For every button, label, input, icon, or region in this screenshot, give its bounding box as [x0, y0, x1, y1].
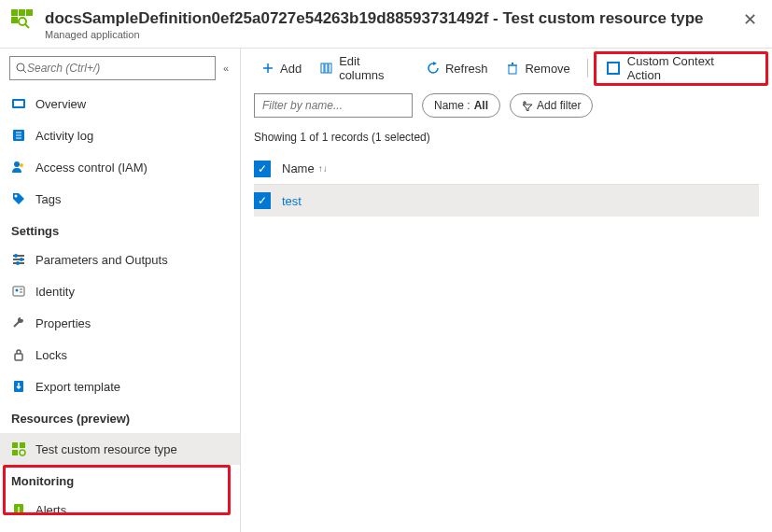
- nav-label: Identity: [35, 285, 75, 299]
- svg-rect-5: [14, 101, 23, 106]
- column-name[interactable]: Name ↑↓: [282, 161, 328, 175]
- svg-point-30: [20, 450, 25, 455]
- page-header: docsSampleDefinition0ef25a0727e54263b19d…: [0, 0, 772, 49]
- refresh-icon: [427, 62, 440, 75]
- main-content: Add Edit columns Refresh Remove Custom C…: [241, 49, 772, 532]
- row-checkbox[interactable]: ✓: [254, 192, 271, 209]
- custom-context-action-button[interactable]: Custom Context Action: [597, 50, 759, 86]
- svg-point-0: [19, 18, 26, 25]
- filter-row: Name : All Add filter: [241, 88, 772, 127]
- alerts-icon: !: [11, 502, 26, 517]
- search-input[interactable]: [27, 62, 209, 75]
- nav-group-resources: Resources (preview): [0, 402, 240, 433]
- trash-icon: [506, 62, 519, 75]
- sort-icon: ↑↓: [318, 163, 328, 174]
- svg-rect-24: [15, 354, 22, 360]
- custom-resource-icon: [11, 441, 26, 456]
- row-name-link[interactable]: test: [282, 194, 302, 208]
- nav-group-settings: Settings: [0, 215, 240, 244]
- svg-rect-35: [321, 63, 324, 73]
- page-title: docsSampleDefinition0ef25a0727e54263b19d…: [45, 9, 739, 28]
- app-icon: [11, 9, 35, 34]
- remove-button[interactable]: Remove: [498, 58, 577, 79]
- sidebar-search[interactable]: [9, 56, 216, 80]
- export-template-icon: [11, 379, 26, 394]
- filter-plus-icon: [522, 100, 533, 111]
- add-filter-button[interactable]: Add filter: [510, 93, 593, 118]
- locks-icon: [11, 347, 26, 362]
- select-all-checkbox[interactable]: ✓: [254, 161, 271, 177]
- plus-icon: [261, 62, 274, 75]
- toolbar-separator: [587, 59, 588, 77]
- toolbar: Add Edit columns Refresh Remove Custom C…: [241, 49, 772, 88]
- btn-label: Edit columns: [339, 54, 408, 82]
- svg-point-16: [14, 254, 18, 258]
- nav-label: Export template: [35, 380, 120, 394]
- btn-label: Custom Context Action: [627, 54, 750, 82]
- table-header: ✓ Name ↑↓: [254, 153, 759, 185]
- columns-icon: [320, 62, 333, 75]
- sidebar-item-overview[interactable]: Overview: [0, 88, 240, 119]
- svg-rect-19: [13, 287, 24, 296]
- nav-label: Properties: [35, 316, 91, 330]
- svg-text:!: !: [18, 505, 21, 514]
- pill-value: All: [474, 99, 488, 112]
- svg-point-12: [15, 195, 18, 198]
- overview-icon: [11, 96, 26, 111]
- nav-label: Alerts: [35, 503, 66, 517]
- svg-point-17: [20, 258, 23, 261]
- nav-label: Parameters and Outputs: [35, 253, 168, 267]
- sidebar-item-locks[interactable]: Locks: [0, 339, 240, 371]
- svg-point-2: [17, 63, 24, 71]
- sidebar-item-access-control[interactable]: Access control (IAM): [0, 151, 240, 183]
- svg-point-20: [16, 289, 19, 292]
- nav-label: Activity log: [35, 129, 93, 143]
- page-subtitle: Managed application: [45, 29, 739, 40]
- nav-label: Access control (IAM): [35, 161, 147, 175]
- properties-icon: [11, 315, 26, 330]
- refresh-button[interactable]: Refresh: [419, 58, 496, 79]
- pill-label: Add filter: [537, 99, 581, 112]
- sidebar-item-identity[interactable]: Identity: [0, 275, 240, 307]
- svg-point-10: [14, 161, 20, 167]
- col-label: Name: [282, 161, 315, 175]
- sidebar-item-properties[interactable]: Properties: [0, 307, 240, 339]
- pill-label: Name :: [434, 99, 470, 112]
- svg-point-18: [16, 261, 20, 265]
- sidebar-item-activity-log[interactable]: Activity log: [0, 119, 240, 151]
- params-icon: [11, 252, 26, 267]
- search-icon: [16, 63, 27, 74]
- collapse-sidebar-icon[interactable]: «: [221, 61, 231, 76]
- identity-icon: [11, 284, 26, 299]
- access-control-icon: [11, 160, 26, 175]
- close-icon[interactable]: ✕: [739, 9, 761, 30]
- tags-icon: [11, 191, 26, 206]
- btn-label: Remove: [525, 62, 569, 76]
- svg-rect-36: [325, 63, 328, 73]
- square-icon: [607, 62, 620, 75]
- svg-line-23: [14, 321, 20, 327]
- edit-columns-button[interactable]: Edit columns: [313, 50, 415, 86]
- nav-label: Tags: [35, 192, 61, 206]
- sidebar: « Overview Activity log Access control (…: [0, 49, 241, 532]
- name-filter-pill[interactable]: Name : All: [422, 93, 500, 118]
- sidebar-item-alerts[interactable]: ! Alerts: [0, 494, 240, 525]
- add-button[interactable]: Add: [254, 58, 309, 79]
- svg-rect-38: [509, 65, 516, 74]
- records-status: Showing 1 of 1 records (1 selected): [241, 127, 772, 153]
- sidebar-item-test-custom-resource[interactable]: Test custom resource type: [0, 433, 240, 465]
- sidebar-item-export-template[interactable]: Export template: [0, 371, 240, 402]
- svg-line-3: [23, 70, 26, 73]
- svg-point-11: [20, 163, 23, 167]
- btn-label: Add: [280, 62, 302, 76]
- svg-rect-37: [329, 63, 331, 73]
- nav-label: Locks: [35, 348, 67, 362]
- filter-by-name-input[interactable]: [254, 93, 413, 118]
- svg-rect-28: [20, 442, 25, 448]
- table-row[interactable]: ✓ test: [254, 185, 759, 217]
- svg-rect-29: [12, 450, 18, 455]
- sidebar-item-tags[interactable]: Tags: [0, 183, 240, 215]
- activity-log-icon: [11, 128, 26, 143]
- sidebar-item-parameters-outputs[interactable]: Parameters and Outputs: [0, 244, 240, 275]
- btn-label: Refresh: [445, 62, 488, 76]
